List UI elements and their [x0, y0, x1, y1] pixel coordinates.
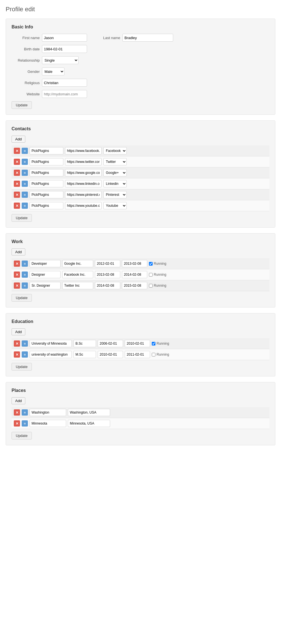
edu-end-input[interactable]: [125, 351, 150, 358]
work-update-wrap: Update: [12, 294, 269, 302]
edu-drag-button[interactable]: ≡: [22, 340, 28, 347]
work-running-checkbox[interactable]: [149, 262, 153, 266]
work-delete-button[interactable]: ✕: [14, 261, 20, 267]
religious-label: Religious: [12, 81, 40, 85]
contact-name-input[interactable]: [30, 147, 63, 154]
work-end-input[interactable]: [122, 260, 147, 267]
gender-row: Gender MaleFemaleOther: [12, 68, 269, 75]
edu-degree-input[interactable]: [73, 340, 96, 347]
work-start-input[interactable]: [95, 260, 120, 267]
contact-url-input[interactable]: [65, 147, 102, 154]
place-city-input[interactable]: [30, 409, 66, 416]
contact-type-select[interactable]: FacebookTwitterGoogle+LinkedinPinterestY…: [103, 169, 127, 176]
work-running-checkbox[interactable]: [149, 273, 153, 277]
last-name-input[interactable]: [122, 34, 173, 42]
place-location-input[interactable]: [68, 409, 110, 416]
contact-name-input[interactable]: [30, 180, 63, 187]
places-update-button[interactable]: Update: [12, 432, 32, 439]
contact-type-select[interactable]: FacebookTwitterGoogle+LinkedinPinterestY…: [103, 158, 127, 165]
basic-info-update-wrap: Update: [12, 101, 269, 109]
work-title-input[interactable]: [30, 260, 61, 267]
contact-name-input[interactable]: [30, 191, 63, 198]
last-name-label: Last name: [92, 36, 120, 40]
place-drag-button[interactable]: ≡: [22, 409, 28, 416]
contact-drag-button[interactable]: ≡: [22, 148, 28, 154]
education-rows: ✕ ≡ Running ✕ ≡ Running: [12, 338, 269, 360]
education-update-button[interactable]: Update: [12, 363, 32, 371]
work-drag-button[interactable]: ≡: [22, 282, 28, 289]
contact-drag-button[interactable]: ≡: [22, 170, 28, 176]
places-section: Places Add ✕ ≡ ✕ ≡ Update: [6, 382, 275, 445]
edu-running-label: Running: [152, 353, 169, 356]
places-add-button[interactable]: Add: [12, 397, 25, 404]
edu-running-checkbox[interactable]: [152, 342, 155, 345]
website-row: Website: [12, 90, 269, 98]
contact-name-input[interactable]: [30, 169, 63, 176]
work-running-checkbox[interactable]: [149, 284, 153, 288]
work-running-text: Running: [154, 284, 166, 288]
work-end-input[interactable]: [122, 271, 147, 278]
first-name-input[interactable]: [42, 34, 87, 42]
edu-drag-button[interactable]: ≡: [22, 351, 28, 358]
contact-url-input[interactable]: [65, 180, 102, 187]
contact-drag-button[interactable]: ≡: [22, 159, 28, 165]
contacts-add-button[interactable]: Add: [12, 136, 25, 143]
edu-institution-input[interactable]: [30, 340, 72, 347]
website-input[interactable]: [42, 90, 87, 98]
work-title-input[interactable]: [30, 271, 61, 278]
contact-type-select[interactable]: FacebookTwitterGoogle+LinkedinPinterestY…: [103, 147, 127, 154]
contact-name-input[interactable]: [30, 158, 63, 165]
edu-running-checkbox[interactable]: [152, 353, 155, 356]
work-delete-button[interactable]: ✕: [14, 271, 20, 278]
basic-info-update-button[interactable]: Update: [12, 101, 32, 109]
place-location-input[interactable]: [68, 420, 110, 427]
edu-end-input[interactable]: [125, 340, 150, 347]
place-delete-button[interactable]: ✕: [14, 420, 20, 427]
contact-type-select[interactable]: FacebookTwitterGoogle+LinkedinPinterestY…: [103, 191, 127, 198]
contact-drag-button[interactable]: ≡: [22, 203, 28, 209]
gender-select[interactable]: MaleFemaleOther: [42, 68, 64, 75]
work-title-input[interactable]: [30, 282, 61, 289]
place-city-input[interactable]: [30, 420, 66, 427]
contact-delete-button[interactable]: ✕: [14, 159, 20, 165]
work-company-input[interactable]: [62, 271, 93, 278]
contact-type-select[interactable]: FacebookTwitterGoogle+LinkedinPinterestY…: [103, 202, 127, 209]
work-company-input[interactable]: [62, 260, 93, 267]
contact-delete-button[interactable]: ✕: [14, 170, 20, 176]
contact-delete-button[interactable]: ✕: [14, 203, 20, 209]
work-delete-button[interactable]: ✕: [14, 282, 20, 289]
contact-url-input[interactable]: [65, 158, 102, 165]
edu-delete-button[interactable]: ✕: [14, 351, 20, 358]
work-add-button[interactable]: Add: [12, 248, 25, 255]
contacts-update-button[interactable]: Update: [12, 214, 32, 222]
contact-drag-button[interactable]: ≡: [22, 181, 28, 187]
birth-date-input[interactable]: [42, 45, 87, 53]
work-drag-button[interactable]: ≡: [22, 271, 28, 278]
contact-delete-button[interactable]: ✕: [14, 181, 20, 187]
education-add-button[interactable]: Add: [12, 328, 25, 335]
place-drag-button[interactable]: ≡: [22, 420, 28, 427]
contact-delete-button[interactable]: ✕: [14, 192, 20, 198]
edu-delete-button[interactable]: ✕: [14, 340, 20, 347]
work-update-button[interactable]: Update: [12, 294, 32, 302]
contact-url-input[interactable]: [65, 169, 102, 176]
religious-input[interactable]: [42, 79, 87, 87]
work-company-input[interactable]: [62, 282, 93, 289]
edu-start-input[interactable]: [98, 351, 123, 358]
contact-delete-button[interactable]: ✕: [14, 148, 20, 154]
work-start-input[interactable]: [95, 271, 120, 278]
work-drag-button[interactable]: ≡: [22, 261, 28, 267]
edu-start-input[interactable]: [98, 340, 123, 347]
work-start-input[interactable]: [95, 282, 120, 289]
edu-degree-input[interactable]: [73, 351, 96, 358]
contact-type-select[interactable]: FacebookTwitterGoogle+LinkedinPinterestY…: [103, 180, 127, 187]
education-title: Education: [12, 319, 269, 324]
contact-name-input[interactable]: [30, 202, 63, 209]
contact-url-input[interactable]: [65, 202, 102, 209]
place-delete-button[interactable]: ✕: [14, 409, 20, 416]
work-end-input[interactable]: [122, 282, 147, 289]
contact-url-input[interactable]: [65, 191, 102, 198]
contact-drag-button[interactable]: ≡: [22, 192, 28, 198]
edu-institution-input[interactable]: [30, 351, 72, 358]
relationship-select[interactable]: SingleMarriedDivorcedWidowed: [42, 56, 79, 64]
